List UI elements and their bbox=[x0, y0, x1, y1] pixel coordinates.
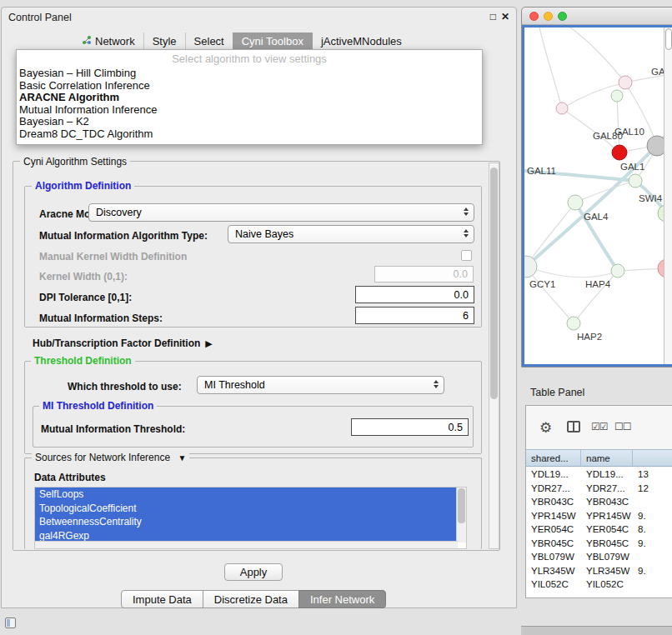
node-label: GAL1 bbox=[620, 162, 644, 172]
apply-button[interactable]: Apply bbox=[224, 563, 283, 581]
scrollbar-thumb[interactable] bbox=[665, 28, 672, 50]
column-header[interactable]: name bbox=[581, 450, 633, 466]
network-node[interactable] bbox=[619, 76, 632, 89]
panel-restore-icon[interactable] bbox=[5, 618, 16, 628]
scrollbar-thumb[interactable] bbox=[490, 168, 498, 399]
mi-steps-field[interactable]: 6 bbox=[355, 307, 474, 324]
table-row[interactable]: YPR145WYPR145W9. bbox=[526, 509, 672, 523]
mi-steps-label: Mutual Information Steps: bbox=[39, 312, 163, 324]
network-node[interactable] bbox=[611, 90, 623, 102]
which-threshold-combobox[interactable]: MI Threshold bbox=[197, 376, 444, 394]
threshold-definition-title: Threshold Definition bbox=[31, 355, 135, 367]
tab-label: Cyni Toolbox bbox=[242, 35, 303, 48]
tab-cyni-toolbox[interactable]: Cyni Toolbox bbox=[233, 32, 312, 49]
dpi-tolerance-field[interactable]: 0.0 bbox=[355, 286, 474, 303]
table-cell: YER054C bbox=[581, 524, 633, 534]
network-graph: GALGAL80GAL10GAL11GAL1SWI4GAL4GCY1HAP4YH… bbox=[524, 28, 672, 366]
network-node[interactable] bbox=[556, 102, 568, 114]
table-row[interactable]: YIL052CYIL052C bbox=[526, 578, 672, 592]
algorithm-option-list: Bayesian – Hill ClimbingBasic Correlatio… bbox=[17, 68, 482, 141]
network-scrollbar[interactable] bbox=[664, 28, 672, 364]
dpi-tolerance-label: DPI Tolerance [0,1]: bbox=[39, 292, 132, 303]
attribute-list-item[interactable]: SelfLoops bbox=[35, 488, 457, 502]
columns-icon[interactable] bbox=[567, 421, 580, 432]
column-header[interactable] bbox=[633, 450, 672, 466]
algorithm-option[interactable]: Mutual Information Inference bbox=[17, 104, 482, 117]
zoom-traffic-light[interactable] bbox=[558, 12, 567, 21]
manual-kernel-width-checkbox[interactable] bbox=[461, 250, 472, 261]
tab-label: Network bbox=[95, 35, 135, 48]
collapsed-expander-icon: ▶ bbox=[205, 338, 212, 349]
minimize-traffic-light[interactable] bbox=[544, 12, 553, 21]
network-node[interactable] bbox=[568, 195, 583, 210]
tab-impute-data[interactable]: Impute Data bbox=[121, 590, 203, 608]
node-label: GAL11 bbox=[527, 166, 556, 176]
close-traffic-light[interactable] bbox=[529, 12, 539, 21]
network-edge bbox=[617, 96, 619, 152]
data-attributes-label: Data Attributes bbox=[34, 472, 106, 483]
bottom-status-strip bbox=[521, 626, 672, 635]
column-header[interactable]: shared... bbox=[526, 450, 581, 466]
table-row[interactable]: YDL19...YDL19...13 bbox=[526, 468, 672, 482]
algorithm-option[interactable]: Basic Correlation Inference bbox=[17, 80, 482, 92]
algorithm-option[interactable]: Bayesian – K2 bbox=[17, 116, 482, 128]
network-node[interactable] bbox=[629, 174, 642, 188]
close-window-icon[interactable]: ✕ bbox=[501, 11, 509, 22]
select-all-columns-icon[interactable]: ☑☑ bbox=[591, 421, 608, 432]
table-cell: YBR045C bbox=[526, 538, 581, 548]
hub-transcription-factor-expander[interactable]: Hub/Transcription Factor Definition ▶ bbox=[33, 338, 213, 349]
tab-style[interactable]: Style bbox=[143, 32, 185, 49]
network-window-titlebar[interactable] bbox=[522, 8, 672, 25]
algorithm-option[interactable]: Bayesian – Hill Climbing bbox=[17, 68, 482, 80]
tab-discretize-data[interactable]: Discretize Data bbox=[203, 590, 299, 608]
aracne-mode-combobox[interactable]: Discovery bbox=[88, 203, 474, 222]
attributes-scrollbar[interactable] bbox=[456, 488, 466, 542]
attributes-hscrollbar[interactable] bbox=[35, 541, 458, 548]
table-row[interactable]: YBL079WYBL079W bbox=[526, 550, 672, 564]
network-node[interactable] bbox=[567, 317, 580, 330]
table-row[interactable]: YER054CYER054C8. bbox=[526, 522, 672, 537]
algorithm-placeholder-option[interactable]: Select algorithm to view settings bbox=[17, 50, 482, 68]
attribute-list-item[interactable]: BetweennessCentrality bbox=[35, 515, 457, 529]
bottom-tab-bar: Impute Data Discretize Data Infer Networ… bbox=[121, 590, 386, 608]
kernel-width-field[interactable]: 0.0 bbox=[374, 266, 474, 282]
gear-icon[interactable]: ⚙ bbox=[539, 421, 552, 435]
mi-threshold-field[interactable]: 0.5 bbox=[351, 418, 469, 436]
table-row[interactable]: YBR043CYBR043C bbox=[526, 495, 672, 509]
table-cell: 13 bbox=[633, 469, 672, 479]
network-canvas[interactable]: GALGAL80GAL10GAL11GAL1SWI4GAL4GCY1HAP4YH… bbox=[522, 25, 672, 367]
algorithm-option[interactable]: ARACNE Algorithm bbox=[17, 92, 482, 104]
table-cell: 8. bbox=[633, 524, 672, 534]
mi-algorithm-type-combobox[interactable]: Naive Bayes bbox=[228, 225, 474, 243]
attribute-list-item[interactable]: TopologicalCoefficient bbox=[35, 502, 457, 516]
manual-kernel-width-label: Manual Kernel Width Definition bbox=[39, 251, 187, 262]
table-row[interactable]: YLR345WYLR345W9. bbox=[526, 564, 672, 578]
scrollbar-thumb[interactable] bbox=[458, 488, 465, 523]
algorithm-dropdown-popup: Select algorithm to view settings Bayesi… bbox=[16, 49, 483, 145]
network-node[interactable] bbox=[611, 264, 624, 278]
tab-jactivemnodules[interactable]: jActiveMNodules bbox=[312, 32, 410, 49]
table-cell: YBL079W bbox=[526, 552, 581, 562]
tab-select[interactable]: Select bbox=[185, 32, 233, 49]
table-row[interactable]: YDR27...YDR27...12 bbox=[526, 482, 672, 496]
tab-label: Style bbox=[153, 35, 177, 48]
table-body: YDL19...YDL19...13YDR27...YDR27...12YBR0… bbox=[526, 468, 672, 598]
node-label: HAP4 bbox=[585, 279, 611, 289]
network-node[interactable] bbox=[612, 145, 627, 160]
sources-expander[interactable]: Sources for Network Inference ▼ bbox=[32, 452, 189, 463]
data-attributes-list: SelfLoopsTopologicalCoefficientBetweenne… bbox=[34, 487, 467, 549]
table-panel-title: Table Panel bbox=[530, 387, 584, 398]
table-cell: YDL19... bbox=[581, 469, 633, 479]
network-edge bbox=[570, 28, 625, 82]
table-row[interactable]: YBR045CYBR045C9. bbox=[526, 537, 672, 551]
algorithm-option[interactable]: Dream8 DC_TDC Algorithm bbox=[17, 128, 482, 141]
tab-label: Select bbox=[194, 35, 224, 48]
deselect-all-columns-icon[interactable]: ☐☐ bbox=[614, 421, 631, 432]
tab-infer-network[interactable]: Infer Network bbox=[298, 590, 386, 608]
table-cell: YLR345W bbox=[581, 566, 633, 576]
node-label: GAL10 bbox=[614, 127, 644, 137]
float-window-icon[interactable]: □ bbox=[490, 11, 496, 22]
tab-network[interactable]: Network bbox=[73, 32, 143, 49]
field-value: 0.5 bbox=[449, 422, 463, 433]
settings-scrollbar[interactable] bbox=[489, 162, 499, 549]
